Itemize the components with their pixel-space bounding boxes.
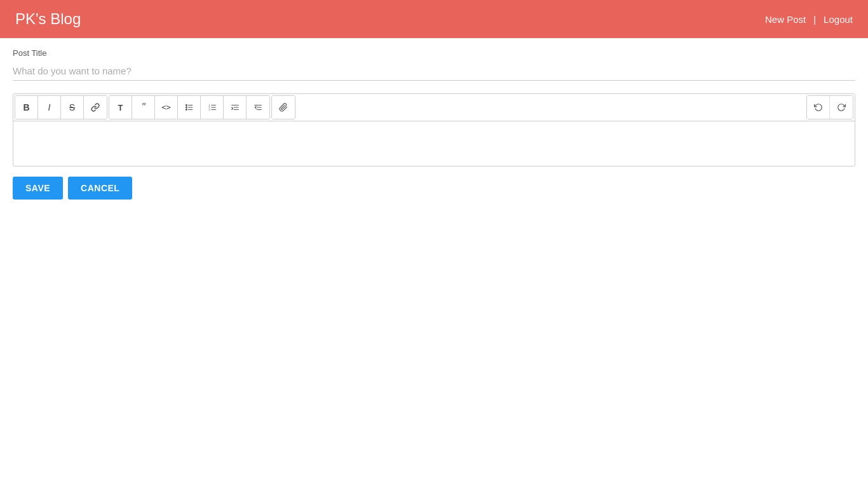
svg-text:3: 3: [208, 108, 210, 111]
header-nav: New Post | Logout: [765, 14, 853, 25]
attachment-icon: [279, 103, 288, 112]
redo-button[interactable]: [830, 96, 853, 119]
toolbar-left: B I S T ": [15, 95, 295, 119]
new-post-link[interactable]: New Post: [765, 14, 806, 25]
code-icon: <>: [161, 103, 170, 112]
outdent-button[interactable]: [247, 96, 269, 119]
ordered-list-icon: 1 2 3: [208, 103, 217, 112]
indent-icon: [231, 103, 240, 112]
logout-link[interactable]: Logout: [824, 14, 853, 25]
save-button[interactable]: SAVE: [13, 177, 63, 200]
ordered-list-button[interactable]: 1 2 3: [201, 96, 224, 119]
link-icon: [91, 103, 100, 112]
unordered-list-button[interactable]: [178, 96, 201, 119]
quote-icon: ": [142, 102, 146, 113]
toolbar-format-group: B I S: [15, 95, 107, 119]
redo-icon: [837, 103, 846, 112]
editor-container: B I S T ": [13, 93, 855, 166]
post-title-input[interactable]: [13, 62, 855, 81]
heading-icon: T: [118, 103, 123, 112]
bold-button[interactable]: B: [15, 96, 38, 119]
site-title: PK's Blog: [15, 10, 81, 28]
toolbar-row: B I S T ": [13, 94, 855, 121]
svg-point-4: [186, 107, 187, 108]
svg-point-3: [186, 105, 187, 106]
indent-button[interactable]: [224, 96, 247, 119]
toolbar-block-group: T " <>: [109, 95, 270, 119]
strikethrough-button[interactable]: S: [61, 96, 84, 119]
toolbar-undo-group: [806, 95, 853, 119]
toolbar-attachment-group: [271, 95, 295, 119]
nav-divider: |: [813, 14, 816, 25]
link-button[interactable]: [84, 96, 107, 119]
editor-content[interactable]: [13, 121, 855, 166]
unordered-list-icon: [185, 103, 194, 112]
heading-button[interactable]: T: [109, 96, 132, 119]
italic-button[interactable]: I: [38, 96, 61, 119]
toolbar-right: [806, 95, 853, 119]
code-button[interactable]: <>: [155, 96, 178, 119]
post-title-label: Post Title: [13, 48, 855, 58]
undo-icon: [814, 103, 823, 112]
outdent-icon: [254, 103, 262, 112]
svg-point-5: [186, 109, 187, 111]
quote-button[interactable]: ": [132, 96, 155, 119]
action-buttons: SAVE CANCEL: [13, 177, 855, 200]
cancel-button[interactable]: CANCEL: [68, 177, 132, 200]
header: PK's Blog New Post | Logout: [0, 0, 868, 38]
main-content: Post Title B I S: [0, 38, 868, 210]
attachment-button[interactable]: [272, 96, 295, 119]
undo-button[interactable]: [807, 96, 830, 119]
